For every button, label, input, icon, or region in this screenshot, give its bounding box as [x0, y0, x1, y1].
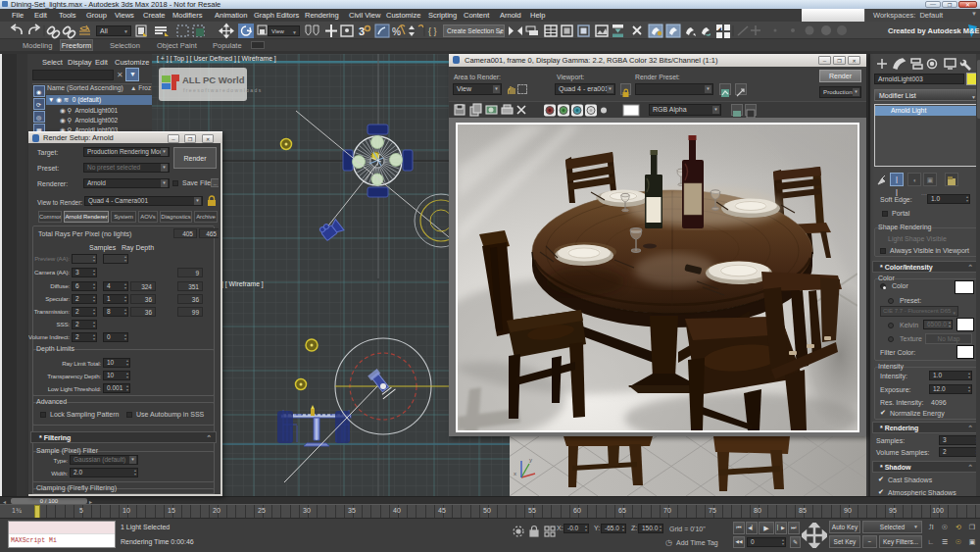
svg-text:{ }: { }	[428, 26, 437, 36]
svg-text:y: y	[529, 457, 532, 463]
svg-text:x: x	[514, 471, 516, 477]
svg-text:%: %	[392, 26, 401, 37]
svg-text:3: 3	[359, 25, 365, 37]
svg-text:◢: ◢	[717, 25, 721, 31]
